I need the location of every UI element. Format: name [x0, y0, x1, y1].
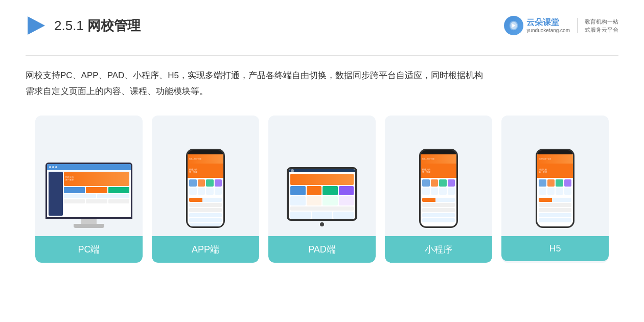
- monitor-screen: 招进人的第一堂课: [45, 163, 132, 219]
- tablet-pad: [286, 167, 358, 228]
- page-title: 2.5.1 网校管理: [54, 17, 141, 35]
- header-divider: [26, 55, 618, 56]
- card-label-app: APP端: [152, 236, 259, 263]
- card-pad: PAD端: [268, 116, 376, 263]
- description-text: 网校支持PC、APP、PAD、小程序、H5，实现多端打通，产品各终端自由切换，数…: [26, 68, 618, 99]
- device-pad: [277, 126, 367, 228]
- logo-box: 云朵课堂 yunduoketang.com: [504, 16, 570, 35]
- page-container: 2.5.1 网校管理 云朵课堂 yunduoketang.com: [0, 0, 644, 322]
- page-header: 2.5.1 网校管理 云朵课堂 yunduoketang.com: [26, 15, 618, 41]
- slogan-line2: 式服务云平台: [585, 27, 618, 33]
- card-miniapp: 招进人的第一堂课 招进人的第一堂课: [385, 116, 492, 263]
- card-label-h5: H5: [501, 236, 609, 261]
- cards-container: 招进人的第一堂课: [26, 116, 618, 263]
- svg-marker-0: [28, 16, 45, 35]
- desc-line1: 网校支持PC、APP、PAD、小程序、H5，实现多端打通，产品各终端自由切换，数…: [26, 71, 483, 80]
- card-app: 招进人的第一堂课 招进人的第一堂课: [152, 116, 259, 263]
- device-pc: 招进人的第一堂课: [43, 126, 134, 228]
- card-label-pc: PC端: [35, 236, 143, 263]
- phone-miniapp: 招进人的第一堂课 招进人的第一堂课: [418, 149, 459, 228]
- slogan-line1: 教育机构一站: [585, 18, 618, 25]
- device-app: 招进人的第一堂课 招进人的第一堂课: [160, 126, 251, 228]
- title-text: 网校管理: [87, 18, 141, 33]
- play-icon: [26, 15, 46, 36]
- pc-monitor: 招进人的第一堂课: [43, 163, 134, 228]
- header-left: 2.5.1 网校管理: [26, 15, 141, 36]
- logo-main: 云朵课堂: [526, 17, 559, 27]
- card-label-miniapp: 小程序: [385, 236, 492, 263]
- card-pc: 招进人的第一堂课: [35, 116, 143, 263]
- card-h5: 招进人的第一堂课 招进人的第一堂课: [501, 116, 609, 263]
- device-h5: 招进人的第一堂课 招进人的第一堂课: [510, 126, 601, 228]
- logo-divider: [577, 18, 578, 33]
- logo-slogan: 教育机构一站 式服务云平台: [585, 17, 618, 34]
- card-label-pad: PAD端: [268, 236, 376, 263]
- phone-app: 招进人的第一堂课 招进人的第一堂课: [185, 149, 226, 228]
- logo-area: 云朵课堂 yunduoketang.com 教育机构一站 式服务云平台: [504, 16, 618, 35]
- phone-h5: 招进人的第一堂课 招进人的第一堂课: [535, 149, 576, 228]
- title-number: 2.5.1: [54, 18, 87, 33]
- logo-icon: [504, 16, 523, 35]
- logo-text-area: 云朵课堂 yunduoketang.com: [526, 17, 570, 33]
- logo-url: yunduoketang.com: [526, 28, 570, 34]
- device-miniapp: 招进人的第一堂课 招进人的第一堂课: [393, 126, 484, 228]
- desc-line2: 需求自定义页面上的内容、课程、功能模块等。: [26, 86, 208, 96]
